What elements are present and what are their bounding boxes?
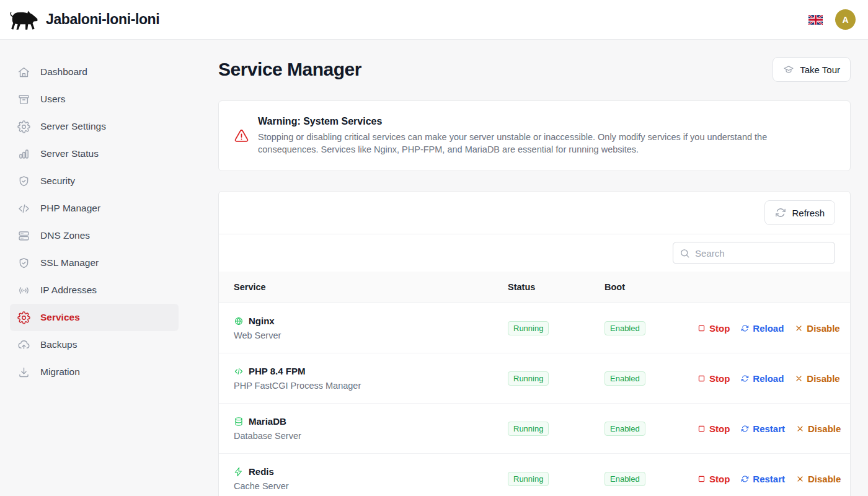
column-service: Service <box>234 282 508 292</box>
stop-icon <box>698 475 706 483</box>
graduation-cap-icon <box>783 64 794 75</box>
x-icon <box>795 374 803 383</box>
sidebar-item-server-status[interactable]: Server Status <box>10 140 179 167</box>
x-icon <box>795 324 803 332</box>
globe-icon <box>234 316 244 326</box>
sidebar-item-dashboard[interactable]: Dashboard <box>10 58 179 86</box>
disable-action-button[interactable]: Disable <box>795 323 839 334</box>
search-icon <box>680 248 690 259</box>
service-cell: MariaDB Database Server <box>234 416 508 441</box>
gear-icon <box>17 120 30 133</box>
shield-check-icon <box>17 175 30 188</box>
take-tour-label: Take Tour <box>800 64 840 75</box>
service-cell: PHP 8.4 FPM PHP FastCGI Process Manager <box>234 366 508 391</box>
row-actions: Stop Restart Disable <box>698 474 841 484</box>
user-avatar[interactable]: A <box>835 9 856 30</box>
boot-badge: Enabled <box>604 321 645 335</box>
sidebar-item-backups[interactable]: Backups <box>10 331 179 358</box>
service-cell: Nginx Web Server <box>234 316 508 340</box>
service-description: Web Server <box>234 330 508 340</box>
services-panel: Refresh Service Status Boot <box>218 191 851 496</box>
archive-icon <box>17 93 30 106</box>
boot-badge: Enabled <box>604 371 645 386</box>
search-input[interactable] <box>695 248 828 259</box>
service-description: PHP FastCGI Process Manager <box>234 381 508 391</box>
refresh-icon <box>741 475 749 483</box>
sidebar-item-ip-addresses[interactable]: IP Addresses <box>10 277 179 304</box>
x-icon <box>796 475 804 483</box>
search-box <box>673 242 835 264</box>
sidebar-item-ssl-manager[interactable]: SSL Manager <box>10 249 179 277</box>
status-badge: Running <box>508 422 549 436</box>
reload-action-button[interactable]: Reload <box>741 323 784 334</box>
column-boot: Boot <box>604 282 698 292</box>
table-row: PHP 8.4 FPM PHP FastCGI Process Manager … <box>219 353 850 404</box>
stop-action-button[interactable]: Stop <box>698 373 730 384</box>
services-table-body: Nginx Web Server Running Enabled Stop Re… <box>219 303 850 496</box>
refresh-icon <box>741 324 749 332</box>
boot-badge: Enabled <box>604 472 645 486</box>
table-row: Nginx Web Server Running Enabled Stop Re… <box>219 303 850 353</box>
sidebar-item-users[interactable]: Users <box>10 86 179 113</box>
stop-action-button[interactable]: Stop <box>698 474 730 484</box>
stop-action-button[interactable]: Stop <box>698 423 730 434</box>
service-description: Cache Server <box>234 481 508 491</box>
service-cell: Redis Cache Server <box>234 466 508 491</box>
page-title: Service Manager <box>218 59 361 80</box>
server-stack-icon <box>17 229 30 242</box>
service-name: MariaDB <box>249 416 286 427</box>
row-actions: Stop Restart Disable <box>698 423 841 434</box>
bolt-icon <box>234 467 244 477</box>
sidebar-item-server-settings[interactable]: Server Settings <box>10 113 179 140</box>
restart-action-button[interactable]: Restart <box>741 423 785 434</box>
table-row: MariaDB Database Server Running Enabled … <box>219 404 850 454</box>
disable-action-button[interactable]: Disable <box>796 423 841 434</box>
service-name: PHP 8.4 FPM <box>249 366 305 376</box>
radio-waves-icon <box>17 284 30 297</box>
sidebar-item-security[interactable]: Security <box>10 167 179 195</box>
warning-banner: Warning: System Services Stopping or dis… <box>218 100 851 171</box>
refresh-icon <box>741 374 749 383</box>
table-row: Redis Cache Server Running Enabled Stop … <box>219 454 850 496</box>
service-name: Redis <box>249 466 274 477</box>
shield-check-icon <box>17 257 30 270</box>
refresh-label: Refresh <box>792 208 825 218</box>
row-actions: Stop Reload Disable <box>698 373 840 384</box>
cloud-upload-icon <box>17 339 30 352</box>
home-icon <box>17 66 30 79</box>
code-icon <box>17 202 30 215</box>
status-badge: Running <box>508 371 549 386</box>
main-content: Service Manager Take Tour Warnin <box>188 40 868 496</box>
database-icon <box>234 417 244 427</box>
sidebar-item-dns-zones[interactable]: DNS Zones <box>10 222 179 249</box>
warning-title: Warning: System Services <box>258 116 791 127</box>
bar-chart-icon <box>17 148 30 161</box>
stop-icon <box>698 425 706 433</box>
disable-action-button[interactable]: Disable <box>795 373 839 384</box>
sidebar-item-php-manager[interactable]: PHP Manager <box>10 195 179 222</box>
stop-action-button[interactable]: Stop <box>698 323 730 334</box>
table-header: Service Status Boot <box>219 272 850 303</box>
refresh-button[interactable]: Refresh <box>764 200 835 225</box>
boar-logo-icon <box>9 8 40 32</box>
stop-icon <box>698 374 706 383</box>
reload-action-button[interactable]: Reload <box>741 373 784 384</box>
disable-action-button[interactable]: Disable <box>796 474 841 484</box>
sidebar-nav: Dashboard Users Server Settings Server S… <box>0 40 188 496</box>
sidebar-item-services[interactable]: Services <box>10 304 179 331</box>
brand[interactable]: Jabaloni-loni-loni <box>9 8 159 32</box>
gear-icon <box>17 311 30 324</box>
column-status: Status <box>508 282 604 292</box>
code-icon <box>234 366 244 376</box>
brand-title: Jabaloni-loni-loni <box>46 11 159 28</box>
refresh-icon <box>741 425 749 433</box>
boot-badge: Enabled <box>604 422 645 436</box>
take-tour-button[interactable]: Take Tour <box>773 57 851 82</box>
stop-icon <box>698 324 706 332</box>
download-tray-icon <box>17 366 30 379</box>
status-badge: Running <box>508 321 549 335</box>
uk-flag-icon[interactable] <box>808 15 823 25</box>
x-icon <box>796 425 804 433</box>
sidebar-item-migration[interactable]: Migration <box>10 358 179 386</box>
restart-action-button[interactable]: Restart <box>741 474 785 484</box>
